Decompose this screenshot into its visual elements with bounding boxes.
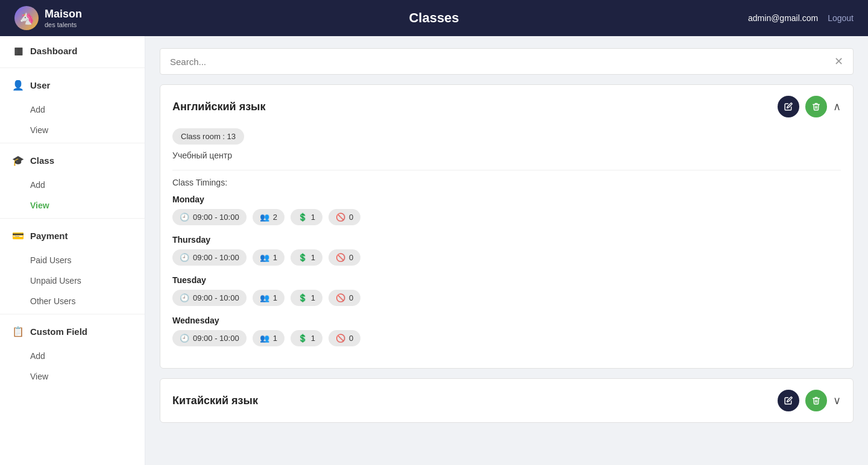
logo-name: Maison [45, 8, 82, 21]
classroom-badge-1: Class room : 13 [172, 128, 244, 145]
sidebar-subitem-custom-field-add[interactable]: Add [0, 346, 145, 366]
users-icon: 👥 [260, 253, 269, 262]
sidebar-label-custom-field: Custom Field [30, 326, 87, 337]
paid-count-tuesday: 1 [311, 293, 315, 302]
time-pill-thursday: 🕘 09:00 - 10:00 [172, 249, 247, 266]
search-input[interactable] [170, 57, 834, 67]
sidebar-subitem-paid-users[interactable]: Paid Users [0, 250, 145, 270]
sidebar-subitem-class-add[interactable]: Add [0, 175, 145, 195]
page-title: Classes [409, 10, 459, 26]
time-value-wednesday: 09:00 - 10:00 [193, 334, 239, 343]
users-count-monday: 2 [273, 213, 277, 222]
search-close-icon[interactable]: ✕ [834, 55, 843, 68]
class-card-1: Английский язык [160, 84, 854, 369]
card-body-1: Class room : 13 Учебный центр Class Timi… [160, 128, 853, 368]
no-dollar-icon: 🚫 [336, 293, 345, 302]
time-pill-wednesday: 🕘 09:00 - 10:00 [172, 330, 247, 346]
delete-button-2[interactable] [805, 390, 827, 411]
sidebar-subitem-user-add[interactable]: Add [0, 99, 145, 120]
sidebar-subitem-other-users[interactable]: Other Users [0, 291, 145, 311]
delete-button-1[interactable] [805, 96, 827, 117]
sidebar-item-user[interactable]: 👤 User [0, 70, 145, 99]
class-name-2: Китайский язык [172, 395, 258, 407]
divider [0, 143, 145, 143]
unpaid-count-thursday: 0 [349, 253, 353, 262]
logout-button[interactable]: Logout [828, 13, 854, 23]
no-dollar-icon: 🚫 [336, 334, 345, 343]
logo-area: 🦄 Maison des talents [14, 6, 82, 30]
no-dollar-icon: 🚫 [336, 253, 345, 262]
users-count-thursday: 1 [273, 253, 277, 262]
sidebar: ▦ Dashboard 👤 User Add View 🎓 Class Add … [0, 36, 145, 465]
top-header: 🦄 Maison des talents Classes admin@gmail… [0, 0, 868, 36]
divider [0, 314, 145, 314]
divider [0, 218, 145, 219]
card-divider-1 [172, 170, 841, 170]
sidebar-subitem-user-view[interactable]: View [0, 120, 145, 140]
sidebar-subitem-custom-field-view[interactable]: View [0, 366, 145, 387]
day-monday: Monday [172, 195, 841, 204]
sidebar-item-payment[interactable]: 💳 Payment [0, 221, 145, 250]
paid-pill-tuesday: 💲 1 [291, 290, 322, 306]
timings-label-1: Class Timings: [172, 178, 841, 187]
timing-row-tuesday: 🕘 09:00 - 10:00 👥 1 💲 1 🚫 0 [172, 290, 841, 306]
edit-icon-2 [784, 396, 793, 405]
unpaid-count-monday: 0 [349, 213, 353, 222]
timing-row-monday: 🕘 09:00 - 10:00 👥 2 💲 1 🚫 0 [172, 209, 841, 225]
time-value-monday: 09:00 - 10:00 [193, 213, 239, 222]
dollar-icon: 💲 [298, 293, 307, 302]
admin-email: admin@gmail.com [748, 13, 818, 23]
card-header-2: Китайский язык [160, 379, 853, 422]
sidebar-item-class[interactable]: 🎓 Class [0, 146, 145, 175]
custom-field-icon: 📋 [12, 325, 24, 337]
divider [0, 67, 145, 68]
expand-button-2[interactable]: ∨ [833, 394, 841, 407]
class-card-2: Китайский язык [160, 378, 854, 423]
users-pill-thursday: 👥 1 [253, 249, 285, 266]
paid-pill-thursday: 💲 1 [291, 249, 322, 266]
sidebar-label-class: Class [30, 155, 54, 166]
card-actions-2: ∨ [778, 390, 841, 411]
users-icon: 👥 [260, 213, 269, 222]
sidebar-item-custom-field[interactable]: 📋 Custom Field [0, 317, 145, 346]
paid-count-wednesday: 1 [311, 334, 315, 343]
paid-pill-wednesday: 💲 1 [291, 330, 322, 346]
dollar-icon: 💲 [298, 253, 307, 262]
delete-icon-2 [812, 396, 820, 405]
sidebar-subitem-class-view[interactable]: View [0, 195, 145, 216]
center-name-1: Учебный центр [172, 151, 841, 160]
day-tuesday: Tuesday [172, 275, 841, 285]
users-icon: 👥 [260, 334, 269, 343]
clock-icon: 🕘 [180, 213, 189, 222]
payment-icon: 💳 [12, 229, 24, 242]
sidebar-label-dashboard: Dashboard [30, 46, 77, 56]
unpaid-count-tuesday: 0 [349, 293, 353, 302]
users-pill-tuesday: 👥 1 [253, 290, 285, 306]
dashboard-icon: ▦ [12, 45, 24, 57]
collapse-button-1[interactable]: ∧ [833, 100, 841, 113]
edit-button-1[interactable] [778, 96, 799, 117]
clock-icon: 🕘 [180, 334, 189, 343]
unpaid-pill-wednesday: 🚫 0 [329, 330, 360, 346]
day-wednesday: Wednesday [172, 316, 841, 325]
card-actions-1: ∧ [778, 96, 841, 117]
users-icon: 👥 [260, 293, 269, 302]
sidebar-label-payment: Payment [30, 231, 68, 241]
clock-icon: 🕘 [180, 253, 189, 262]
timing-row-thursday: 🕘 09:00 - 10:00 👥 1 💲 1 🚫 0 [172, 249, 841, 266]
time-value-thursday: 09:00 - 10:00 [193, 253, 239, 262]
edit-button-2[interactable] [778, 390, 799, 411]
users-count-tuesday: 1 [273, 293, 277, 302]
logo-sub: des talents [45, 21, 82, 28]
time-pill-monday: 🕘 09:00 - 10:00 [172, 209, 247, 225]
sidebar-subitem-unpaid-users[interactable]: Unpaid Users [0, 270, 145, 291]
edit-icon [784, 102, 793, 111]
users-pill-wednesday: 👥 1 [253, 330, 285, 346]
unpaid-pill-thursday: 🚫 0 [329, 249, 360, 266]
time-value-tuesday: 09:00 - 10:00 [193, 293, 239, 302]
unpaid-pill-tuesday: 🚫 0 [329, 290, 360, 306]
unpaid-pill-monday: 🚫 0 [329, 209, 360, 225]
users-pill-monday: 👥 2 [253, 209, 285, 225]
dollar-icon: 💲 [298, 334, 307, 343]
sidebar-item-dashboard[interactable]: ▦ Dashboard [0, 36, 145, 65]
